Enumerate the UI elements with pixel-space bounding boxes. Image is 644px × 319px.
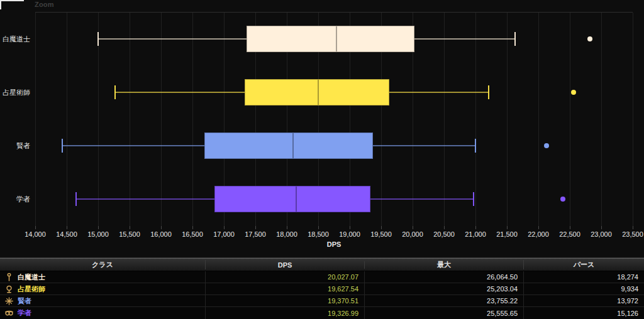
- x-gridline: [570, 13, 570, 226]
- category-label: 学者: [3, 195, 30, 204]
- median-line: [318, 80, 319, 105]
- x-tick-label: 14,000: [25, 230, 46, 238]
- upper-whisker-cap: [473, 192, 474, 206]
- table-header-row: クラス DPS 最大 パース: [0, 258, 644, 271]
- lower-whisker-cap: [97, 32, 99, 46]
- x-tick-label: 17,000: [213, 230, 235, 238]
- max-value-cell: 25,555.65: [365, 307, 524, 319]
- outlier-point[interactable]: [571, 90, 576, 95]
- x-tick-label: 23,500: [622, 230, 643, 238]
- table-row[interactable]: 占星術師19,627.5425,203.049,934: [0, 283, 644, 295]
- class-cell[interactable]: 学者: [0, 307, 206, 319]
- class-cell[interactable]: 占星術師: [0, 283, 206, 295]
- outlier-point[interactable]: [560, 197, 565, 202]
- x-gridline: [67, 13, 67, 226]
- x-tickmark: [444, 226, 445, 229]
- dps-value-cell: 19,370.51: [206, 295, 365, 306]
- class-name-link[interactable]: 占星術師: [18, 284, 45, 294]
- table-row[interactable]: 学者19,326.9925,555.6515,126: [0, 307, 644, 319]
- x-tick-label: 23,000: [591, 230, 612, 238]
- class-cell[interactable]: 賢者: [0, 295, 206, 306]
- class-dps-table: クラス DPS 最大 パース 白魔道士20,027.0726,064.5018,…: [0, 257, 644, 319]
- upper-whisker-cap: [488, 85, 489, 99]
- x-tick-label: 18,000: [276, 230, 297, 238]
- x-tickmark: [601, 226, 602, 229]
- box-iqr[interactable]: [204, 132, 373, 159]
- outlier-point[interactable]: [544, 143, 549, 148]
- x-gridline: [475, 13, 476, 226]
- lower-whisker-cap: [62, 139, 63, 153]
- x-tickmark: [98, 226, 99, 229]
- upper-whisker-line: [373, 145, 475, 146]
- dps-value-cell: 20,027.07: [206, 271, 365, 283]
- x-tickmark: [130, 226, 130, 229]
- x-tick-label: 15,500: [119, 230, 140, 238]
- column-header-max[interactable]: 最大: [365, 260, 524, 269]
- x-tick-label: 18,500: [308, 230, 329, 238]
- x-gridline: [507, 13, 508, 226]
- upper-whisker-line: [370, 198, 474, 200]
- healer-dps-boxplot-widget: Zoom 14,00014,50015,00015,50016,00016,50…: [0, 0, 644, 319]
- x-tick-label: 20,000: [402, 230, 423, 238]
- parse-count-cell: 18,274: [524, 271, 644, 283]
- x-tickmark: [161, 226, 162, 229]
- x-tick-label: 17,500: [245, 230, 266, 238]
- x-tickmark: [350, 226, 350, 229]
- x-tickmark: [287, 226, 287, 229]
- x-tickmark: [255, 226, 256, 229]
- box-iqr[interactable]: [245, 79, 389, 105]
- x-tickmark: [413, 226, 413, 229]
- lower-whisker-line: [76, 198, 214, 200]
- median-line: [336, 26, 337, 51]
- column-header-parse[interactable]: パース: [524, 260, 644, 269]
- median-line: [292, 133, 294, 158]
- max-value-cell: 23,755.22: [365, 295, 524, 306]
- sch-job-icon: [4, 308, 14, 318]
- table-row[interactable]: 賢者19,370.5123,755.2213,972: [0, 295, 644, 307]
- x-axis-title: DPS: [327, 241, 341, 248]
- parse-count-cell: 9,934: [524, 283, 644, 295]
- plot-area[interactable]: 14,00014,50015,00015,50016,00016,50017,0…: [0, 0, 644, 254]
- x-tickmark: [570, 226, 570, 229]
- class-name-link[interactable]: 賢者: [18, 296, 31, 306]
- ast-job-icon: [4, 284, 14, 294]
- category-label: 白魔道士: [3, 35, 30, 44]
- class-name-link[interactable]: 白魔道士: [18, 273, 45, 282]
- max-value-cell: 26,064.50: [365, 271, 524, 283]
- class-name-link[interactable]: 学者: [18, 308, 31, 318]
- x-tick-label: 14,500: [56, 230, 77, 238]
- x-gridline: [192, 13, 193, 226]
- x-tick-label: 15,000: [87, 230, 109, 238]
- parse-count-cell: 15,126: [524, 307, 644, 319]
- max-value-cell: 25,203.04: [365, 283, 524, 295]
- box-iqr[interactable]: [247, 26, 414, 52]
- box-iqr[interactable]: [214, 186, 370, 212]
- table-row[interactable]: 白魔道士20,027.0726,064.5018,274: [0, 271, 644, 283]
- category-label: 占星術師: [3, 88, 30, 97]
- x-tick-label: 21,000: [465, 230, 486, 238]
- x-tick-label: 19,500: [370, 230, 392, 238]
- table-body: 白魔道士20,027.0726,064.5018,274占星術師19,627.5…: [0, 271, 644, 319]
- column-header-dps[interactable]: DPS: [206, 261, 365, 269]
- outlier-point[interactable]: [587, 36, 592, 41]
- x-gridline: [35, 13, 36, 226]
- category-label: 賢者: [3, 141, 30, 151]
- lower-whisker-cap: [114, 85, 116, 99]
- class-cell[interactable]: 白魔道士: [0, 271, 206, 283]
- x-tick-label: 19,000: [339, 230, 360, 238]
- x-tickmark: [192, 226, 193, 229]
- whm-job-icon: [4, 273, 14, 282]
- x-gridline: [601, 13, 602, 226]
- x-gridline: [538, 13, 539, 226]
- x-tickmark: [318, 226, 319, 229]
- column-header-class[interactable]: クラス: [0, 260, 206, 269]
- median-line: [296, 187, 297, 212]
- upper-whisker-cap: [475, 139, 476, 153]
- x-gridline: [444, 13, 445, 226]
- x-tickmark: [633, 226, 633, 229]
- plot-top-border: [35, 12, 633, 13]
- x-tick-label: 20,500: [433, 230, 455, 238]
- x-tickmark: [538, 226, 539, 229]
- x-tickmark: [475, 226, 476, 229]
- x-tickmark: [67, 226, 67, 229]
